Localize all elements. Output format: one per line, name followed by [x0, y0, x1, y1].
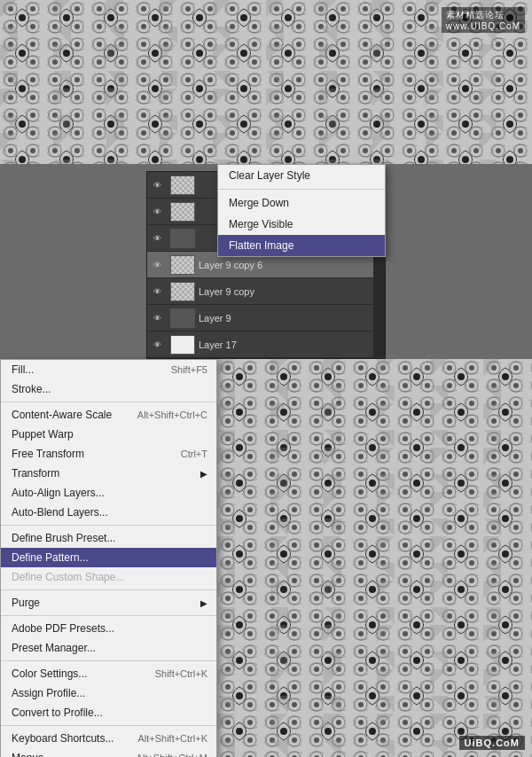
- layer-thumbnail: [170, 229, 195, 248]
- layer-thumbnail: [170, 282, 195, 301]
- menu-item-label: Auto-Align Layers...: [12, 487, 105, 499]
- watermark-top: 素材精选论坛www.UIBQ.CoM: [442, 7, 525, 33]
- menu-item[interactable]: Preset Manager...: [1, 638, 216, 658]
- menu-item[interactable]: Fill...Shift+F5: [1, 360, 216, 379]
- menu-item-label: Assign Profile...: [12, 687, 85, 699]
- menu-shortcut: Shift+Ctrl+K: [155, 668, 207, 679]
- menu-shortcut: Ctrl+T: [181, 449, 207, 459]
- layer-thumbnail: [170, 202, 195, 222]
- layer-visibility-icon[interactable]: 👁: [147, 332, 167, 357]
- menu-item-label: Adobe PDF Presets...: [12, 622, 114, 635]
- menu-item[interactable]: Auto-Blend Layers...: [1, 503, 216, 522]
- menu-item-label: Keyboard Shortcuts...: [12, 732, 113, 745]
- layer-row[interactable]: 👁Layer 17: [147, 332, 385, 358]
- layer-visibility-icon[interactable]: 👁: [147, 225, 167, 251]
- edit-menu: Fill...Shift+F5Stroke...Content-Aware Sc…: [0, 359, 217, 757]
- menu-item-label: Transform: [12, 467, 59, 480]
- menu-shortcut: Alt+Shift+Ctrl+M: [137, 753, 207, 757]
- menu-item-label: Define Custom Shape...: [12, 571, 124, 583]
- menu-item-label: Convert to Profile...: [12, 706, 103, 719]
- layer-name-label: Layer 17: [199, 339, 385, 350]
- menu-divider: [1, 615, 216, 616]
- layer-thumbnail: [170, 255, 195, 275]
- context-menu-item[interactable]: Clear Layer Style: [218, 165, 385, 186]
- menu-item[interactable]: Define Brush Preset...: [1, 528, 216, 548]
- menu-item-label: Preset Manager...: [12, 642, 96, 654]
- menu-item[interactable]: Puppet Warp: [1, 425, 216, 444]
- menu-item-label: Define Brush Preset...: [12, 532, 115, 544]
- layer-thumbnail: [170, 308, 195, 328]
- menu-item[interactable]: Menus...Alt+Shift+Ctrl+M: [1, 748, 216, 757]
- menu-divider: [1, 525, 216, 526]
- layer-visibility-icon[interactable]: 👁: [147, 172, 167, 198]
- menu-item[interactable]: Stroke...: [1, 379, 216, 399]
- right-pattern-image: UiBQ.CoM: [217, 359, 532, 757]
- menu-item[interactable]: Color Settings...Shift+Ctrl+K: [1, 664, 216, 683]
- menu-item-label: Purge: [12, 597, 40, 609]
- menu-item[interactable]: Free TransformCtrl+T: [1, 444, 216, 464]
- layer-thumbnail: [170, 176, 195, 195]
- menu-item-label: Define Pattern...: [12, 551, 89, 564]
- menu-divider: [1, 660, 216, 661]
- layer-visibility-icon[interactable]: 👁: [147, 199, 167, 224]
- menu-divider: [218, 189, 385, 190]
- layer-row[interactable]: 👁Layer 9 copy: [147, 278, 385, 305]
- bottom-section: Fill...Shift+F5Stroke...Content-Aware Sc…: [0, 359, 532, 757]
- menu-item-label: Menus...: [12, 752, 52, 757]
- menu-item[interactable]: Auto-Align Layers...: [1, 483, 216, 503]
- context-menu-item[interactable]: Merge Down: [218, 192, 385, 214]
- submenu-arrow-icon: ▶: [200, 598, 207, 608]
- layer-name-label: Layer 9 copy 6: [199, 260, 385, 270]
- menu-item-label: Auto-Blend Layers...: [12, 506, 108, 519]
- menu-item[interactable]: Keyboard Shortcuts...Alt+Shift+Ctrl+K: [1, 729, 216, 748]
- menu-item[interactable]: Assign Profile...: [1, 683, 216, 703]
- menu-item[interactable]: Transform▶: [1, 464, 216, 483]
- menu-divider: [1, 725, 216, 726]
- top-pattern-image: 素材精选论坛www.UIBQ.CoM: [0, 0, 532, 164]
- context-menu-item[interactable]: Merge Visible: [218, 214, 385, 235]
- menu-item[interactable]: Purge▶: [1, 593, 216, 613]
- menu-shortcut: Alt+Shift+Ctrl+C: [137, 410, 207, 420]
- layer-visibility-icon[interactable]: 👁: [147, 278, 167, 304]
- menu-item[interactable]: Define Pattern...: [1, 548, 216, 567]
- menu-item-label: Stroke...: [12, 383, 51, 395]
- menu-item-label: Content-Aware Scale: [12, 409, 112, 421]
- menu-item[interactable]: Adobe PDF Presets...: [1, 619, 216, 638]
- menu-shortcut: Alt+Shift+Ctrl+K: [137, 733, 207, 744]
- menu-divider: [1, 402, 216, 402]
- context-menu-item[interactable]: Flatten Image: [218, 235, 385, 256]
- watermark-bottom: UiBQ.CoM: [459, 736, 525, 750]
- middle-section: 👁👁👁👁Layer 9 copy 6👁Layer 9 copy👁Layer 9👁…: [0, 164, 532, 359]
- menu-item-label: Fill...: [12, 363, 34, 376]
- menu-item: Define Custom Shape...: [1, 567, 216, 587]
- menu-item[interactable]: Convert to Profile...: [1, 703, 216, 722]
- layer-thumbnail: [170, 335, 195, 355]
- submenu-arrow-icon: ▶: [200, 469, 207, 479]
- context-menu: Clear Layer StyleMerge DownMerge Visible…: [217, 164, 386, 257]
- menu-item-label: Free Transform: [12, 448, 84, 460]
- menu-divider: [1, 589, 216, 590]
- menu-item-label: Color Settings...: [12, 667, 87, 680]
- menu-item[interactable]: Content-Aware ScaleAlt+Shift+Ctrl+C: [1, 405, 216, 425]
- menu-shortcut: Shift+F5: [171, 364, 207, 375]
- layer-visibility-icon[interactable]: 👁: [147, 252, 167, 277]
- menu-item-label: Puppet Warp: [12, 428, 74, 441]
- layer-visibility-icon[interactable]: 👁: [147, 305, 167, 331]
- layer-name-label: Layer 9: [199, 313, 385, 324]
- layer-row[interactable]: 👁Layer 9: [147, 305, 385, 332]
- layer-name-label: Layer 9 copy: [199, 286, 385, 297]
